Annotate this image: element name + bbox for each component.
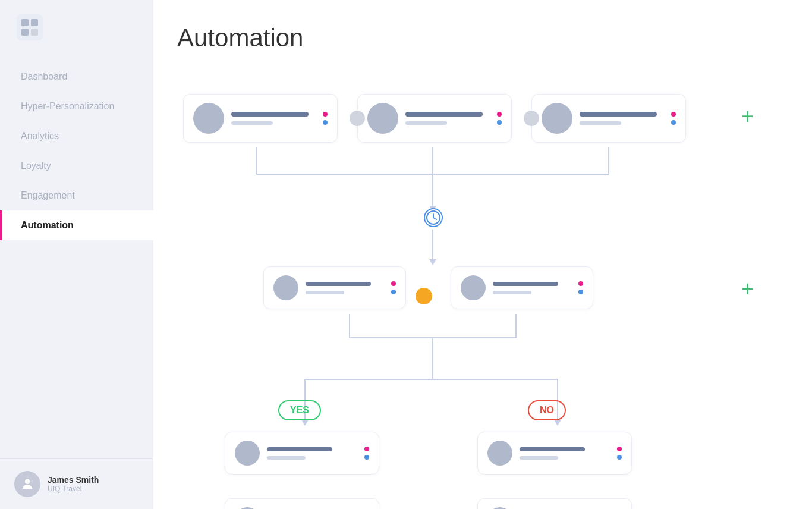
svg-marker-23 — [554, 420, 561, 426]
svg-rect-0 — [17, 14, 43, 40]
svg-rect-4 — [31, 29, 38, 36]
dot-blue-5 — [578, 290, 583, 294]
yes-badge: YES — [278, 400, 321, 420]
dot-red-2 — [497, 112, 502, 117]
flow-card-4[interactable] — [263, 266, 406, 309]
card-avatar-4 — [273, 275, 298, 300]
card-avatar-1 — [193, 103, 224, 134]
dot-red-3 — [671, 112, 676, 117]
card-avatar-no-1 — [487, 441, 512, 466]
sidebar-item-engagement[interactable]: Engagement — [0, 181, 153, 210]
sidebar-item-loyalty[interactable]: Loyalty — [0, 151, 153, 181]
dot-red-no-1 — [617, 447, 622, 451]
svg-line-26 — [433, 218, 436, 219]
user-name: James Smith — [48, 475, 99, 485]
svg-point-5 — [25, 479, 30, 484]
svg-rect-3 — [21, 29, 29, 36]
clock-icon — [424, 208, 443, 227]
dot-blue-yes-1 — [364, 455, 369, 460]
flow-card-no-1[interactable] — [477, 432, 632, 475]
dot-blue-4 — [391, 290, 396, 294]
flow-card-3[interactable] — [531, 94, 686, 143]
flow-card-2[interactable] — [357, 94, 512, 143]
page-title: Automation — [177, 24, 788, 52]
sidebar-item-hyper-personalization[interactable]: Hyper-Personalization — [0, 92, 153, 121]
dot-red-yes-1 — [364, 447, 369, 451]
automation-flow: + + — [177, 76, 736, 509]
sidebar-nav: Dashboard Hyper-Personalization Analytic… — [0, 62, 153, 458]
flow-card-yes-2[interactable] — [225, 498, 379, 509]
avatar — [14, 471, 40, 497]
flow-card-5[interactable] — [451, 266, 593, 309]
dot-blue-2 — [497, 120, 502, 125]
sidebar-item-automation[interactable]: Automation — [0, 210, 153, 240]
sidebar-item-dashboard[interactable]: Dashboard — [0, 62, 153, 92]
dot-blue-no-1 — [617, 455, 622, 460]
sidebar: Dashboard Hyper-Personalization Analytic… — [0, 0, 153, 509]
sidebar-logo — [0, 0, 153, 62]
flow-card-yes-1[interactable] — [225, 432, 379, 475]
dot-red-5 — [578, 281, 583, 286]
svg-rect-1 — [21, 19, 29, 26]
svg-marker-21 — [301, 420, 309, 426]
sidebar-item-analytics[interactable]: Analytics — [0, 121, 153, 151]
orange-connector-dot — [416, 288, 432, 304]
card-avatar-5 — [461, 275, 486, 300]
add-flow-button-1[interactable]: + — [741, 106, 754, 127]
sidebar-user: James Smith UIQ Travel — [0, 458, 153, 509]
main-content: Automation — [153, 0, 812, 509]
user-company: UIQ Travel — [48, 485, 99, 493]
no-badge: NO — [528, 400, 566, 420]
card-avatar-2 — [367, 103, 398, 134]
svg-marker-13 — [429, 259, 436, 265]
card-avatar-yes-1 — [235, 441, 260, 466]
add-flow-button-2[interactable]: + — [741, 278, 754, 300]
dot-red-4 — [391, 281, 396, 286]
dot-red-1 — [323, 112, 328, 117]
card-avatar-3 — [542, 103, 572, 134]
svg-rect-2 — [31, 19, 38, 26]
connector-dot-1 — [350, 111, 365, 126]
connector-dot-2 — [524, 111, 539, 126]
dot-blue-3 — [671, 120, 676, 125]
flow-card-1[interactable] — [183, 94, 338, 143]
dot-blue-1 — [323, 120, 328, 125]
flow-card-no-2[interactable] — [477, 498, 632, 509]
